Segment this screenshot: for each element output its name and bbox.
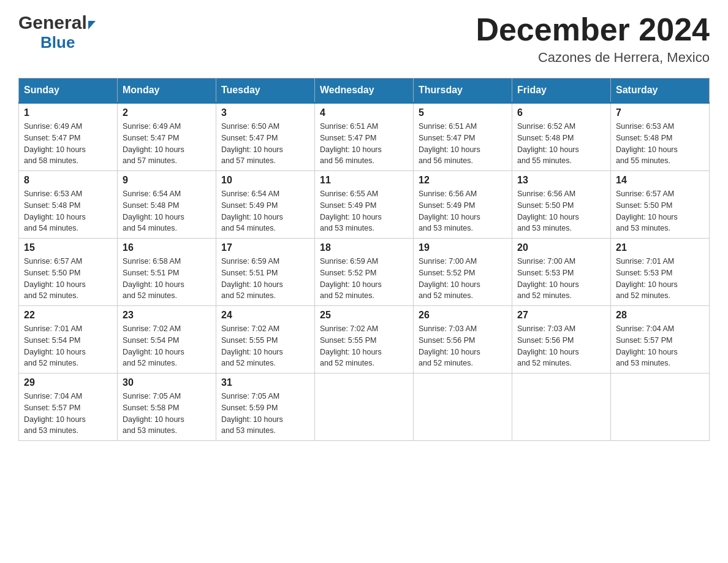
day-number: 7 (616, 107, 704, 118)
day-number: 25 (320, 310, 408, 321)
header-friday: Friday (512, 79, 611, 103)
calendar-cell: 29 Sunrise: 7:04 AM Sunset: 5:57 PM Dayl… (19, 373, 118, 441)
logo-arrow-icon (88, 21, 96, 29)
calendar-cell: 13 Sunrise: 6:56 AM Sunset: 5:50 PM Dayl… (512, 171, 611, 239)
logo-blue-text: Blue (40, 33, 96, 52)
day-number: 14 (616, 175, 704, 186)
logo: General Blue (18, 12, 96, 52)
day-number: 2 (123, 107, 211, 118)
calendar-week-4: 22 Sunrise: 7:01 AM Sunset: 5:54 PM Dayl… (19, 306, 710, 373)
header-monday: Monday (118, 79, 216, 103)
day-info: Sunrise: 6:51 AM Sunset: 5:47 PM Dayligh… (419, 121, 507, 167)
page-header: General Blue December 2024 Cazones de He… (18, 12, 710, 66)
day-info: Sunrise: 7:00 AM Sunset: 5:52 PM Dayligh… (419, 256, 507, 302)
day-info: Sunrise: 7:05 AM Sunset: 5:58 PM Dayligh… (123, 391, 211, 437)
calendar-cell: 3 Sunrise: 6:50 AM Sunset: 5:47 PM Dayli… (216, 103, 315, 171)
calendar-cell: 24 Sunrise: 7:02 AM Sunset: 5:55 PM Dayl… (216, 306, 315, 373)
day-info: Sunrise: 6:49 AM Sunset: 5:47 PM Dayligh… (24, 121, 112, 167)
calendar-cell: 14 Sunrise: 6:57 AM Sunset: 5:50 PM Dayl… (611, 171, 710, 239)
calendar-location: Cazones de Herrera, Mexico (476, 50, 710, 66)
day-number: 23 (123, 310, 211, 321)
day-number: 17 (221, 242, 309, 253)
day-info: Sunrise: 6:50 AM Sunset: 5:47 PM Dayligh… (221, 121, 309, 167)
calendar-cell: 18 Sunrise: 6:59 AM Sunset: 5:52 PM Dayl… (315, 239, 414, 306)
day-info: Sunrise: 6:51 AM Sunset: 5:47 PM Dayligh… (320, 121, 408, 167)
day-info: Sunrise: 6:53 AM Sunset: 5:48 PM Dayligh… (24, 188, 112, 234)
calendar-cell: 10 Sunrise: 6:54 AM Sunset: 5:49 PM Dayl… (216, 171, 315, 239)
day-info: Sunrise: 6:54 AM Sunset: 5:48 PM Dayligh… (123, 188, 211, 234)
day-number: 19 (419, 242, 507, 253)
day-info: Sunrise: 7:04 AM Sunset: 5:57 PM Dayligh… (24, 391, 112, 437)
calendar-cell: 17 Sunrise: 6:59 AM Sunset: 5:51 PM Dayl… (216, 239, 315, 306)
day-number: 13 (517, 175, 605, 186)
day-number: 29 (24, 377, 112, 388)
calendar-cell: 20 Sunrise: 7:00 AM Sunset: 5:53 PM Dayl… (512, 239, 611, 306)
day-info: Sunrise: 6:56 AM Sunset: 5:50 PM Dayligh… (517, 188, 605, 234)
header-row: Sunday Monday Tuesday Wednesday Thursday… (19, 79, 710, 103)
day-info: Sunrise: 6:52 AM Sunset: 5:48 PM Dayligh… (517, 121, 605, 167)
calendar-cell: 16 Sunrise: 6:58 AM Sunset: 5:51 PM Dayl… (118, 239, 216, 306)
calendar-cell (512, 373, 611, 441)
day-info: Sunrise: 6:59 AM Sunset: 5:52 PM Dayligh… (320, 256, 408, 302)
day-number: 6 (517, 107, 605, 118)
calendar-cell: 26 Sunrise: 7:03 AM Sunset: 5:56 PM Dayl… (414, 306, 512, 373)
day-number: 28 (616, 310, 704, 321)
day-info: Sunrise: 7:00 AM Sunset: 5:53 PM Dayligh… (517, 256, 605, 302)
day-number: 3 (221, 107, 309, 118)
calendar-week-1: 1 Sunrise: 6:49 AM Sunset: 5:47 PM Dayli… (19, 103, 710, 171)
day-number: 4 (320, 107, 408, 118)
day-number: 16 (123, 242, 211, 253)
calendar-cell: 2 Sunrise: 6:49 AM Sunset: 5:47 PM Dayli… (118, 103, 216, 171)
day-number: 20 (517, 242, 605, 253)
calendar-cell: 27 Sunrise: 7:03 AM Sunset: 5:56 PM Dayl… (512, 306, 611, 373)
day-info: Sunrise: 6:57 AM Sunset: 5:50 PM Dayligh… (24, 256, 112, 302)
calendar-cell (315, 373, 414, 441)
calendar-cell: 23 Sunrise: 7:02 AM Sunset: 5:54 PM Dayl… (118, 306, 216, 373)
day-info: Sunrise: 6:53 AM Sunset: 5:48 PM Dayligh… (616, 121, 704, 167)
day-info: Sunrise: 7:04 AM Sunset: 5:57 PM Dayligh… (616, 323, 704, 369)
day-info: Sunrise: 6:57 AM Sunset: 5:50 PM Dayligh… (616, 188, 704, 234)
header-tuesday: Tuesday (216, 79, 315, 103)
day-number: 5 (419, 107, 507, 118)
day-info: Sunrise: 7:01 AM Sunset: 5:53 PM Dayligh… (616, 256, 704, 302)
calendar-cell: 5 Sunrise: 6:51 AM Sunset: 5:47 PM Dayli… (414, 103, 512, 171)
calendar-cell: 4 Sunrise: 6:51 AM Sunset: 5:47 PM Dayli… (315, 103, 414, 171)
calendar-body: 1 Sunrise: 6:49 AM Sunset: 5:47 PM Dayli… (19, 103, 710, 441)
day-number: 26 (419, 310, 507, 321)
calendar-table: Sunday Monday Tuesday Wednesday Thursday… (18, 78, 710, 441)
calendar-cell: 25 Sunrise: 7:02 AM Sunset: 5:55 PM Dayl… (315, 306, 414, 373)
calendar-cell: 22 Sunrise: 7:01 AM Sunset: 5:54 PM Dayl… (19, 306, 118, 373)
day-number: 8 (24, 175, 112, 186)
calendar-cell: 19 Sunrise: 7:00 AM Sunset: 5:52 PM Dayl… (414, 239, 512, 306)
day-info: Sunrise: 6:54 AM Sunset: 5:49 PM Dayligh… (221, 188, 309, 234)
day-number: 21 (616, 242, 704, 253)
calendar-week-2: 8 Sunrise: 6:53 AM Sunset: 5:48 PM Dayli… (19, 171, 710, 239)
calendar-cell (611, 373, 710, 441)
calendar-cell: 12 Sunrise: 6:56 AM Sunset: 5:49 PM Dayl… (414, 171, 512, 239)
title-block: December 2024 Cazones de Herrera, Mexico (476, 12, 710, 66)
header-sunday: Sunday (19, 79, 118, 103)
calendar-header: Sunday Monday Tuesday Wednesday Thursday… (19, 79, 710, 103)
day-number: 27 (517, 310, 605, 321)
calendar-cell: 21 Sunrise: 7:01 AM Sunset: 5:53 PM Dayl… (611, 239, 710, 306)
day-number: 24 (221, 310, 309, 321)
day-number: 15 (24, 242, 112, 253)
calendar-week-3: 15 Sunrise: 6:57 AM Sunset: 5:50 PM Dayl… (19, 239, 710, 306)
day-info: Sunrise: 7:02 AM Sunset: 5:54 PM Dayligh… (123, 323, 211, 369)
header-saturday: Saturday (611, 79, 710, 103)
day-number: 10 (221, 175, 309, 186)
day-info: Sunrise: 6:58 AM Sunset: 5:51 PM Dayligh… (123, 256, 211, 302)
day-info: Sunrise: 7:03 AM Sunset: 5:56 PM Dayligh… (517, 323, 605, 369)
day-number: 12 (419, 175, 507, 186)
day-info: Sunrise: 6:56 AM Sunset: 5:49 PM Dayligh… (419, 188, 507, 234)
calendar-cell: 11 Sunrise: 6:55 AM Sunset: 5:49 PM Dayl… (315, 171, 414, 239)
calendar-cell: 7 Sunrise: 6:53 AM Sunset: 5:48 PM Dayli… (611, 103, 710, 171)
day-number: 9 (123, 175, 211, 186)
calendar-cell: 15 Sunrise: 6:57 AM Sunset: 5:50 PM Dayl… (19, 239, 118, 306)
day-info: Sunrise: 6:59 AM Sunset: 5:51 PM Dayligh… (221, 256, 309, 302)
day-number: 18 (320, 242, 408, 253)
calendar-title: December 2024 (476, 12, 710, 47)
day-number: 31 (221, 377, 309, 388)
calendar-cell: 30 Sunrise: 7:05 AM Sunset: 5:58 PM Dayl… (118, 373, 216, 441)
day-info: Sunrise: 7:05 AM Sunset: 5:59 PM Dayligh… (221, 391, 309, 437)
